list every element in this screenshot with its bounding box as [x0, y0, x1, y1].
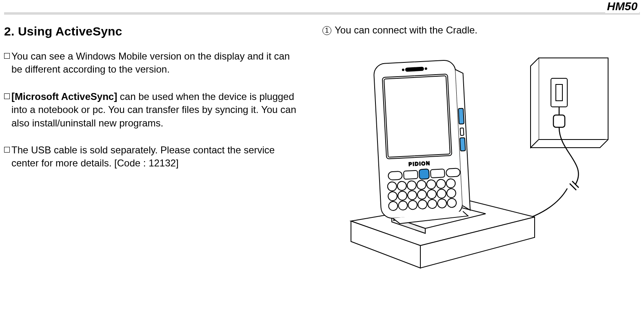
svg-rect-12	[384, 76, 450, 157]
step-1-text: You can connect with the Cradle.	[335, 24, 477, 36]
svg-rect-15	[419, 169, 429, 179]
svg-point-38	[447, 198, 457, 208]
svg-rect-6	[460, 128, 464, 135]
paragraph-3: The USB cable is sold separately. Please…	[4, 144, 298, 170]
svg-point-22	[426, 179, 436, 189]
paragraph-2: [Microsoft ActiveSync] can be used when …	[4, 90, 298, 130]
device-brand-text: PIDION	[409, 160, 431, 167]
header-divider	[4, 12, 640, 15]
svg-point-31	[446, 188, 456, 198]
svg-point-9	[402, 69, 404, 71]
svg-point-26	[398, 191, 407, 200]
svg-point-24	[446, 179, 455, 188]
svg-rect-13	[388, 171, 402, 180]
svg-point-18	[387, 182, 397, 191]
svg-point-27	[407, 190, 417, 200]
svg-point-29	[427, 189, 436, 199]
svg-point-35	[418, 200, 427, 209]
bullet-icon	[4, 93, 10, 99]
svg-point-19	[397, 181, 406, 190]
bullet-icon	[4, 147, 10, 153]
svg-point-10	[425, 68, 427, 69]
svg-rect-14	[404, 171, 418, 179]
svg-point-32	[389, 201, 398, 210]
paragraph-1: You can see a Windows Mobile version on …	[4, 50, 298, 76]
header-model: HM50	[605, 0, 639, 13]
paragraph-2-bold: [Microsoft ActiveSync]	[11, 91, 117, 102]
svg-point-37	[437, 199, 447, 208]
svg-rect-1	[556, 84, 562, 101]
svg-point-25	[388, 191, 397, 201]
svg-point-20	[407, 181, 416, 190]
paragraph-1-text: You can see a Windows Mobile version on …	[11, 50, 298, 76]
section-heading: 2. Using ActiveSync	[4, 24, 298, 38]
svg-point-34	[408, 200, 417, 210]
svg-rect-17	[446, 168, 460, 177]
svg-point-21	[417, 180, 426, 190]
svg-point-33	[398, 201, 408, 210]
paragraph-3-text: The USB cable is sold separately. Please…	[11, 144, 298, 170]
svg-rect-16	[431, 169, 445, 178]
cradle-illustration: PIDION	[322, 46, 616, 274]
circled-number-icon: 1	[322, 26, 331, 35]
svg-rect-7	[460, 138, 466, 151]
svg-point-23	[436, 179, 446, 188]
svg-rect-2	[553, 115, 565, 127]
bullet-icon	[4, 53, 10, 59]
svg-point-36	[428, 199, 437, 208]
svg-point-28	[417, 190, 426, 199]
svg-rect-5	[458, 109, 464, 124]
step-1: 1 You can connect with the Cradle.	[322, 24, 640, 36]
svg-point-30	[437, 189, 446, 198]
svg-rect-8	[406, 67, 424, 71]
